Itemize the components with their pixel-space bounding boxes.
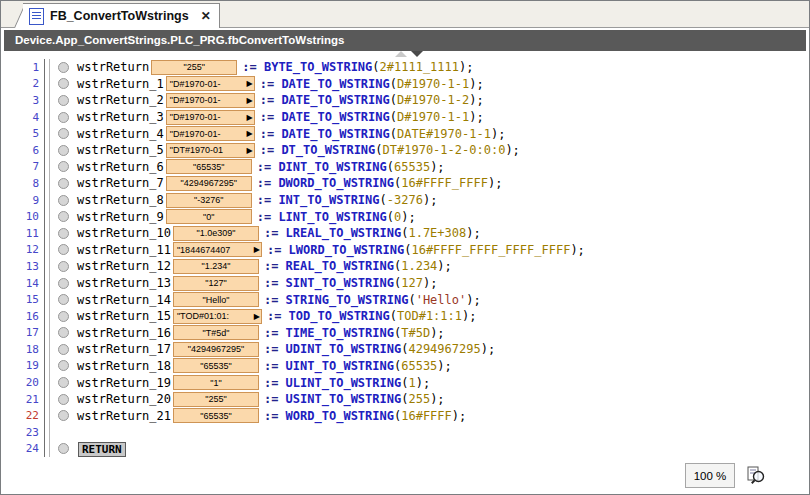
code-line[interactable]: 21 wstrReturn_20 "255" := USINT_TO_WSTRI… bbox=[2, 391, 808, 408]
breakpoint-margin[interactable] bbox=[50, 62, 77, 73]
declaration-splitter[interactable] bbox=[395, 51, 423, 59]
breakpoint-margin[interactable] bbox=[50, 327, 77, 338]
breakpoint-dot[interactable] bbox=[58, 195, 69, 206]
breakpoint-margin[interactable] bbox=[50, 178, 77, 189]
collapse-down-icon[interactable] bbox=[411, 51, 423, 57]
code-line[interactable]: 4 wstrReturn_3 "D#1970-01- ▶ := DATE_TO_… bbox=[2, 109, 808, 126]
inline-monitor-value[interactable]: "1" bbox=[173, 375, 259, 390]
code-line[interactable]: 23 bbox=[2, 424, 808, 441]
inline-monitor-value[interactable]: "4294967295" bbox=[173, 342, 259, 357]
expand-arrow-icon[interactable]: ▶ bbox=[247, 128, 253, 139]
breakpoint-margin[interactable] bbox=[50, 128, 77, 139]
breakpoint-margin[interactable] bbox=[50, 112, 77, 123]
inline-monitor-value[interactable]: "D#1970-01- ▶ bbox=[166, 76, 255, 91]
breakpoint-dot[interactable] bbox=[58, 244, 69, 255]
breakpoint-dot[interactable] bbox=[58, 327, 69, 338]
code-line[interactable]: 16 wstrReturn_15 "TOD#01:01: ▶ := TOD_TO… bbox=[2, 308, 808, 325]
breakpoint-margin[interactable] bbox=[50, 360, 77, 371]
inline-monitor-value[interactable]: "1.0e309" bbox=[173, 226, 259, 241]
breakpoint-dot[interactable] bbox=[58, 410, 69, 421]
breakpoint-margin[interactable] bbox=[50, 394, 77, 405]
breakpoint-margin[interactable] bbox=[50, 311, 77, 322]
inline-monitor-value[interactable]: "TOD#01:01: ▶ bbox=[173, 309, 262, 324]
zoom-level-control[interactable]: 100 % bbox=[685, 463, 735, 488]
breakpoint-margin[interactable] bbox=[50, 95, 77, 106]
breakpoint-dot[interactable] bbox=[58, 377, 69, 388]
inline-monitor-value[interactable]: "1.234" bbox=[173, 259, 259, 274]
breakpoint-dot[interactable] bbox=[58, 78, 69, 89]
inline-monitor-value[interactable]: "D#1970-01- ▶ bbox=[166, 126, 255, 141]
breakpoint-dot[interactable] bbox=[58, 344, 69, 355]
breakpoint-dot[interactable] bbox=[58, 311, 69, 322]
breakpoint-margin[interactable] bbox=[50, 161, 77, 172]
inline-monitor-value[interactable]: "1844674407 ▶ bbox=[173, 242, 262, 257]
code-line[interactable]: 8 wstrReturn_7 "4294967295" := DWORD_TO_… bbox=[2, 175, 808, 192]
code-line[interactable]: 15 wstrReturn_14 "Hello" := STRING_TO_WS… bbox=[2, 291, 808, 308]
code-line[interactable]: 11 wstrReturn_10 "1.0e309" := LREAL_TO_W… bbox=[2, 225, 808, 242]
code-line[interactable]: 13 wstrReturn_12 "1.234" := REAL_TO_WSTR… bbox=[2, 258, 808, 275]
inline-monitor-value[interactable]: "T#5d" bbox=[173, 325, 259, 340]
breakpoint-margin[interactable] bbox=[50, 377, 77, 388]
breakpoint-margin[interactable] bbox=[50, 211, 77, 222]
breakpoint-margin[interactable] bbox=[50, 344, 77, 355]
breakpoint-dot[interactable] bbox=[58, 360, 69, 371]
breakpoint-margin[interactable] bbox=[50, 261, 77, 272]
code-line[interactable]: 19 wstrReturn_18 "65535" := UINT_TO_WSTR… bbox=[2, 358, 808, 375]
breakpoint-margin[interactable] bbox=[50, 278, 77, 289]
inline-monitor-value[interactable]: "D#1970-01- ▶ bbox=[166, 110, 255, 125]
breakpoint-dot[interactable] bbox=[58, 228, 69, 239]
breakpoint-margin[interactable] bbox=[50, 244, 77, 255]
breakpoint-margin[interactable] bbox=[50, 228, 77, 239]
st-code-editor[interactable]: 1 wstrReturn "255" := BYTE_TO_WSTRING(2#… bbox=[2, 59, 808, 457]
code-line[interactable]: 17 wstrReturn_16 "T#5d" := TIME_TO_WSTRI… bbox=[2, 325, 808, 342]
code-line[interactable]: 3 wstrReturn_2 "D#1970-01- ▶ := DATE_TO_… bbox=[2, 92, 808, 109]
expand-arrow-icon[interactable]: ▶ bbox=[247, 95, 253, 106]
inline-monitor-value[interactable]: "4294967295" bbox=[166, 176, 252, 191]
code-line[interactable]: 10 wstrReturn_9 "0" := LINT_TO_WSTRING(0… bbox=[2, 208, 808, 225]
breakpoint-dot[interactable] bbox=[58, 443, 69, 454]
inline-monitor-value[interactable]: "DT#1970-01 ▶ bbox=[166, 143, 255, 158]
breakpoint-dot[interactable] bbox=[58, 62, 69, 73]
code-line[interactable]: 24 RETURN bbox=[2, 441, 808, 457]
breakpoint-dot[interactable] bbox=[58, 128, 69, 139]
breakpoint-margin[interactable] bbox=[50, 443, 77, 454]
tab-fb-converttowstrings[interactable]: FB_ConvertToWstrings ✕ bbox=[23, 3, 220, 28]
breakpoint-margin[interactable] bbox=[50, 294, 77, 305]
breakpoint-dot[interactable] bbox=[58, 394, 69, 405]
breakpoint-margin[interactable] bbox=[50, 427, 77, 438]
breakpoint-margin[interactable] bbox=[50, 410, 77, 421]
collapse-up-icon[interactable] bbox=[395, 51, 407, 57]
expand-arrow-icon[interactable]: ▶ bbox=[247, 112, 253, 123]
expand-arrow-icon[interactable]: ▶ bbox=[247, 78, 253, 89]
code-line[interactable]: 7 wstrReturn_6 "65535" := DINT_TO_WSTRIN… bbox=[2, 159, 808, 176]
expand-arrow-icon[interactable]: ▶ bbox=[247, 145, 253, 156]
breakpoint-dot[interactable] bbox=[58, 294, 69, 305]
inline-monitor-value[interactable]: "-3276" bbox=[166, 193, 252, 208]
inline-monitor-value[interactable]: "Hello" bbox=[173, 292, 259, 307]
magnifier-icon[interactable] bbox=[743, 462, 769, 488]
inline-monitor-value[interactable]: "65535" bbox=[173, 358, 259, 373]
code-line[interactable]: 1 wstrReturn "255" := BYTE_TO_WSTRING(2#… bbox=[2, 59, 808, 76]
code-line[interactable]: 6 wstrReturn_5 "DT#1970-01 ▶ := DT_TO_WS… bbox=[2, 142, 808, 159]
breakpoint-dot[interactable] bbox=[58, 112, 69, 123]
breakpoint-margin[interactable] bbox=[50, 145, 77, 156]
code-line[interactable]: 22 wstrReturn_21 "65535" := WORD_TO_WSTR… bbox=[2, 407, 808, 424]
expand-arrow-icon[interactable]: ▶ bbox=[254, 311, 260, 322]
code-line[interactable]: 14 wstrReturn_13 "127" := SINT_TO_WSTRIN… bbox=[2, 275, 808, 292]
code-line[interactable]: 2 wstrReturn_1 "D#1970-01- ▶ := DATE_TO_… bbox=[2, 76, 808, 93]
code-line[interactable]: 9 wstrReturn_8 "-3276" := INT_TO_WSTRING… bbox=[2, 192, 808, 209]
inline-monitor-value[interactable]: "127" bbox=[173, 276, 259, 291]
breakpoint-dot[interactable] bbox=[58, 178, 69, 189]
breakpoint-dot[interactable] bbox=[58, 278, 69, 289]
inline-monitor-value[interactable]: "255" bbox=[151, 60, 237, 75]
code-line[interactable]: 12 wstrReturn_11 "1844674407 ▶ := LWORD_… bbox=[2, 242, 808, 259]
breakpoint-margin[interactable] bbox=[50, 195, 77, 206]
breakpoint-dot[interactable] bbox=[58, 261, 69, 272]
inline-monitor-value[interactable]: "0" bbox=[166, 209, 252, 224]
inline-monitor-value[interactable]: "D#1970-01- ▶ bbox=[166, 93, 255, 108]
expand-arrow-icon[interactable]: ▶ bbox=[254, 244, 260, 255]
breakpoint-dot[interactable] bbox=[58, 145, 69, 156]
breakpoint-dot[interactable] bbox=[58, 211, 69, 222]
breakpoint-dot[interactable] bbox=[58, 161, 69, 172]
inline-monitor-value[interactable]: "65535" bbox=[173, 408, 259, 423]
